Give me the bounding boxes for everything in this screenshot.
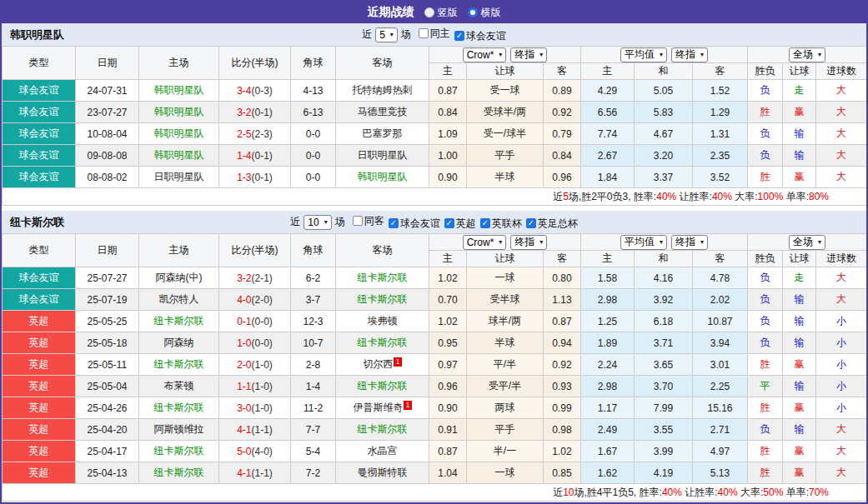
cell-date: 25-05-25	[76, 311, 139, 332]
table-row: 英超25-05-25纽卡斯尔联0-1(0-0)12-3埃弗顿1.02球半/两0.…	[3, 311, 867, 332]
cell-away-team: 伊普斯维奇1	[336, 397, 429, 419]
radio-vertical[interactable]: 竖版	[424, 6, 458, 20]
away-team-link[interactable]: 韩职明星队	[358, 171, 408, 182]
cell-crow-handicap: 一球	[467, 267, 544, 289]
filter-checkbox[interactable]: ✓球会友谊	[454, 29, 506, 43]
title-bar: 近期战绩 竖版 横版	[2, 2, 866, 23]
cell-result-wdl: 负	[748, 80, 783, 102]
match-type-badge: 球会友谊	[3, 123, 76, 145]
filter-checkbox[interactable]: ✓英联杯	[480, 217, 522, 231]
cell-date: 25-07-19	[76, 289, 139, 311]
away-team-link[interactable]: 巴塞罗那	[363, 127, 403, 139]
radio-horizontal[interactable]: 横版	[468, 6, 501, 20]
final-odds-select-2[interactable]: 终指▾	[671, 47, 708, 62]
table-row: 英超25-05-04布莱顿1-1(1-0)1-4纽卡斯尔联0.96受平/半0.9…	[3, 376, 867, 397]
away-team-link[interactable]: 纽卡斯尔联	[358, 423, 408, 435]
col-goals: 进球数	[816, 251, 867, 267]
final-odds-select[interactable]: 终指▾	[510, 47, 547, 62]
cell-crow-home-odds: 1.09	[429, 123, 467, 145]
cell-home-team: 韩职明星队	[139, 145, 219, 167]
away-team-link[interactable]: 水晶宫	[368, 445, 398, 457]
fulltime-score: 3-2	[237, 272, 251, 284]
home-team-link[interactable]: 纽卡斯尔联	[154, 402, 204, 413]
filter-checkbox[interactable]: ✓英超	[444, 217, 476, 231]
cell-avg-home-odds: 6.56	[581, 102, 635, 123]
cell-home-team: 纽卡斯尔联	[139, 397, 219, 419]
cell-crow-away-odds: 0.87	[544, 311, 581, 332]
average-header-group: 平均值▾ 终指▾	[581, 234, 748, 251]
home-team-link[interactable]: 阿森纳(中)	[156, 272, 203, 283]
col-type: 类型	[3, 234, 76, 267]
cell-score: 1-3(0-1)	[219, 167, 291, 188]
match-type-badge: 球会友谊	[3, 102, 76, 123]
filter-checkbox[interactable]: ✓英足总杯	[526, 217, 578, 231]
average-select[interactable]: 平均值▾	[620, 235, 667, 250]
away-team-link[interactable]: 托特纳姆热刺	[353, 84, 413, 96]
match-type-badge: 英超	[3, 441, 76, 462]
match-count-select[interactable]: 5 ▾	[375, 27, 398, 42]
home-team-link[interactable]: 韩职明星队	[154, 127, 204, 139]
cell-crow-home-odds: 0.95	[429, 332, 467, 354]
away-team-link[interactable]: 伊普斯维奇	[353, 402, 403, 413]
cell-avg-away-odds: 4.97	[693, 441, 748, 462]
home-team-link[interactable]: 韩职明星队	[154, 149, 204, 161]
table-row: 球会友谊08-08-02日职明星队1-3(0-1)0-0韩职明星队0.90半球0…	[3, 167, 867, 188]
home-team-link[interactable]: 阿森纳	[164, 337, 194, 348]
away-team-link[interactable]: 马德里竞技	[358, 106, 408, 117]
cell-score: 1-1(1-0)	[219, 376, 291, 397]
checkbox-unchecked-icon	[353, 216, 363, 226]
chevron-down-icon: ▾	[499, 238, 502, 246]
home-team-link[interactable]: 布莱顿	[164, 380, 194, 392]
bookmaker-select[interactable]: Crow*▾	[463, 235, 507, 250]
away-team-link[interactable]: 曼彻斯特联	[358, 467, 408, 478]
away-team-link[interactable]: 纽卡斯尔联	[358, 380, 408, 392]
filter-checkbox[interactable]: 同客	[353, 214, 384, 228]
filter-checkbox[interactable]: 同主	[419, 27, 450, 41]
cell-home-team: 纽卡斯尔联	[139, 462, 219, 484]
away-team-link[interactable]: 纽卡斯尔联	[358, 337, 408, 348]
home-team-link[interactable]: 纽卡斯尔联	[154, 315, 204, 327]
final-odds-select-2[interactable]: 终指▾	[671, 235, 708, 250]
home-team-link[interactable]: 纽卡斯尔联	[154, 467, 204, 478]
cell-home-team: 韩职明星队	[139, 102, 219, 123]
bookmaker-select[interactable]: Crow*▾	[463, 47, 507, 62]
cell-crow-away-odds: 0.99	[544, 397, 581, 419]
away-team-link[interactable]: 切尔西	[363, 358, 393, 370]
cell-date: 08-08-02	[76, 167, 139, 188]
home-team-link[interactable]: 阿斯顿维拉	[154, 423, 204, 435]
home-team-link[interactable]: 凯尔特人	[159, 293, 199, 305]
home-team-link[interactable]: 纽卡斯尔联	[154, 358, 204, 370]
cell-result-goals: 大	[816, 419, 867, 441]
cell-home-team: 纽卡斯尔联	[139, 441, 219, 462]
away-team-link[interactable]: 纽卡斯尔联	[358, 293, 408, 305]
cell-result-handicap: 赢	[783, 354, 816, 376]
col-avg-draw: 和	[635, 63, 693, 80]
away-team-link[interactable]: 日职明星队	[358, 149, 408, 161]
cell-date: 25-04-26	[76, 397, 139, 419]
home-team-link[interactable]: 纽卡斯尔联	[154, 445, 204, 457]
cell-avg-away-odds: 1.29	[693, 102, 748, 123]
cell-result-goals: 小	[816, 397, 867, 419]
cell-crow-home-odds: 0.87	[429, 80, 467, 102]
home-team-link[interactable]: 韩职明星队	[154, 84, 204, 96]
cell-crow-home-odds: 0.91	[429, 419, 467, 441]
cell-avg-away-odds: 3.52	[693, 167, 748, 188]
fulltime-select[interactable]: 全场▾	[789, 235, 825, 250]
cell-avg-away-odds: 2.25	[693, 376, 748, 397]
filter-checkbox[interactable]: ✓球会友谊	[389, 217, 440, 231]
home-team-link[interactable]: 日职明星队	[154, 171, 204, 182]
team-name: 韩职明星队	[10, 27, 64, 42]
average-select[interactable]: 平均值▾	[620, 47, 667, 62]
match-type-badge: 球会友谊	[3, 80, 76, 102]
cell-avg-away-odds: 3.01	[693, 354, 748, 376]
match-count-select[interactable]: 10 ▾	[304, 215, 331, 230]
final-odds-select[interactable]: 终指▾	[510, 235, 547, 250]
home-team-link[interactable]: 韩职明星队	[154, 106, 204, 117]
cell-avg-draw-odds: 3.20	[635, 145, 693, 167]
cell-crow-away-odds: 0.80	[544, 267, 581, 289]
cell-avg-draw-odds: 3.71	[635, 332, 693, 354]
away-team-link[interactable]: 埃弗顿	[368, 315, 398, 327]
chevron-down-icon: ▾	[700, 238, 704, 246]
fulltime-select[interactable]: 全场▾	[789, 47, 825, 62]
away-team-link[interactable]: 纽卡斯尔联	[358, 272, 408, 283]
